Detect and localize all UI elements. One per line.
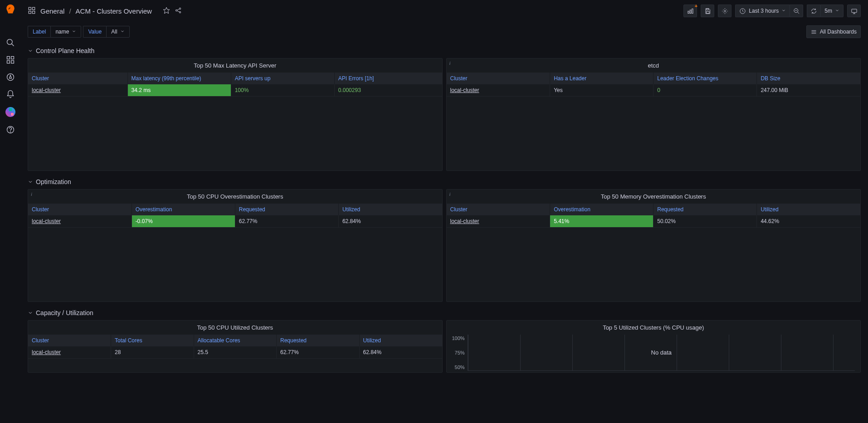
svg-rect-5 <box>11 61 14 63</box>
no-data-label: No data <box>651 349 672 356</box>
cluster-link[interactable]: local-cluster <box>447 84 550 97</box>
breadcrumb-title: ACM - Clusters Overview <box>76 7 152 15</box>
refresh-interval-picker[interactable]: 5m <box>820 5 844 17</box>
col-alloc[interactable]: Allocatable Cores <box>194 335 277 346</box>
cluster-link[interactable]: local-cluster <box>28 346 111 359</box>
info-icon[interactable]: i <box>31 191 32 197</box>
svg-line-1 <box>11 44 14 46</box>
panel-title[interactable]: Top 5 Utilized Clusters (% CPU usage) <box>447 321 861 335</box>
col-cluster[interactable]: Cluster <box>28 73 127 84</box>
chevron-down-icon <box>781 8 786 14</box>
alerting-icon[interactable] <box>6 90 15 99</box>
col-dbsize[interactable]: DB Size <box>757 73 860 84</box>
col-over[interactable]: Overestimation <box>132 204 235 215</box>
col-cluster[interactable]: Cluster <box>28 335 111 346</box>
col-latency[interactable]: Max latency (99th percentile) <box>127 73 231 84</box>
panel-title[interactable]: Top 50 CPU Utilized Clusters <box>28 321 442 335</box>
col-changes[interactable]: Leader Election Changes <box>653 73 757 84</box>
save-button[interactable] <box>701 5 714 17</box>
user-avatar[interactable] <box>5 107 15 117</box>
svg-marker-7 <box>9 75 11 78</box>
col-cluster[interactable]: Cluster <box>447 73 550 84</box>
svg-line-29 <box>797 12 799 14</box>
submenu: Label name Value All All Dashboards <box>20 22 868 42</box>
chart-y-axis: 100% 75% 50% <box>452 335 468 371</box>
grafana-logo[interactable] <box>4 4 17 16</box>
all-dashboards-link[interactable]: All Dashboards <box>806 25 861 38</box>
panel-cpu-utilized: Top 50 CPU Utilized Clusters Cluster Tot… <box>28 320 443 373</box>
search-icon[interactable] <box>6 38 15 47</box>
svg-rect-3 <box>11 57 14 59</box>
col-servers-up[interactable]: API servers up <box>231 73 334 84</box>
svg-point-17 <box>179 11 180 13</box>
breadcrumb-folder[interactable]: General <box>40 7 64 15</box>
table-row: local-cluster 34.2 ms 100% 0.000293 <box>28 84 442 97</box>
settings-button[interactable] <box>718 5 731 17</box>
dashboards-icon[interactable] <box>6 55 15 64</box>
panel-title[interactable]: Top 50 Memory Overestimation Clusters <box>447 190 861 204</box>
col-requested[interactable]: Requested <box>277 335 360 346</box>
add-panel-button[interactable] <box>683 5 697 17</box>
svg-rect-21 <box>690 10 691 14</box>
svg-point-9 <box>10 132 10 132</box>
svg-rect-30 <box>851 9 856 13</box>
panel-api-server: Top 50 Max Latency API Server Cluster Ma… <box>28 58 443 171</box>
panel-title[interactable]: Top 50 Max Latency API Server <box>28 58 442 73</box>
svg-rect-24 <box>707 11 709 13</box>
cycle-view-button[interactable] <box>847 5 861 17</box>
panel-cpu-overestimation: i Top 50 CPU Overestimation Clusters Clu… <box>28 189 443 302</box>
breadcrumb-separator: / <box>69 7 71 15</box>
top-bar: General / ACM - Clusters Overview <box>20 0 868 22</box>
svg-point-25 <box>724 10 726 12</box>
svg-rect-22 <box>692 9 693 13</box>
time-range-label: Last 3 hours <box>749 8 779 14</box>
col-cluster[interactable]: Cluster <box>28 204 132 215</box>
zoom-out-button[interactable] <box>790 5 803 17</box>
svg-rect-12 <box>29 11 31 13</box>
chevron-down-icon <box>835 8 839 14</box>
col-utilized[interactable]: Utilized <box>338 204 442 215</box>
svg-rect-2 <box>7 57 10 59</box>
info-icon[interactable]: i <box>449 191 451 197</box>
refresh-button[interactable] <box>807 5 820 17</box>
row-control-plane[interactable]: Control Plane Health <box>28 44 861 58</box>
time-range-picker[interactable]: Last 3 hours <box>735 5 790 17</box>
col-utilized[interactable]: Utilized <box>359 335 442 346</box>
cluster-link[interactable]: local-cluster <box>447 215 550 228</box>
breadcrumb: General / ACM - Clusters Overview <box>28 6 182 16</box>
col-requested[interactable]: Requested <box>235 204 338 215</box>
help-icon[interactable] <box>6 125 15 134</box>
svg-rect-10 <box>29 7 31 10</box>
svg-rect-13 <box>33 11 35 13</box>
row-capacity[interactable]: Capacity / Utilization <box>28 306 861 320</box>
dashboards-breadcrumb-icon[interactable] <box>28 6 36 16</box>
col-over[interactable]: Overestimation <box>550 204 653 215</box>
svg-rect-20 <box>688 11 689 13</box>
col-errors[interactable]: API Errors [1h] <box>334 73 442 84</box>
svg-line-18 <box>177 9 179 10</box>
cluster-link[interactable]: local-cluster <box>28 84 127 97</box>
col-leader[interactable]: Has a Leader <box>550 73 653 84</box>
svg-marker-14 <box>163 7 169 13</box>
variable-value-label: Value <box>83 26 106 38</box>
chart-plot-area: No data <box>468 335 855 371</box>
toolbar: Last 3 hours 5m <box>683 5 861 17</box>
table-row: local-cluster 5.41% 50.02% 44.62% <box>447 215 861 228</box>
info-icon[interactable]: i <box>449 60 451 66</box>
row-optimization[interactable]: Optimization <box>28 175 861 189</box>
explore-icon[interactable] <box>6 73 15 82</box>
col-cluster[interactable]: Cluster <box>447 204 550 215</box>
col-utilized[interactable]: Utilized <box>757 204 860 215</box>
col-requested[interactable]: Requested <box>653 204 757 215</box>
panel-etcd: i etcd Cluster Has a Leader Leader Elect… <box>446 58 861 171</box>
col-total[interactable]: Total Cores <box>111 335 194 346</box>
cluster-link[interactable]: local-cluster <box>28 215 132 228</box>
share-icon[interactable] <box>175 7 182 15</box>
variable-value-select[interactable]: All <box>106 26 129 38</box>
panel-title[interactable]: Top 50 CPU Overestimation Clusters <box>28 190 442 204</box>
svg-point-16 <box>179 8 180 9</box>
variable-label-select[interactable]: name <box>50 26 81 38</box>
star-icon[interactable] <box>163 7 170 15</box>
table-row: local-cluster 28 25.5 62.77% 62.84% <box>28 346 442 359</box>
panel-title[interactable]: etcd <box>447 58 861 73</box>
